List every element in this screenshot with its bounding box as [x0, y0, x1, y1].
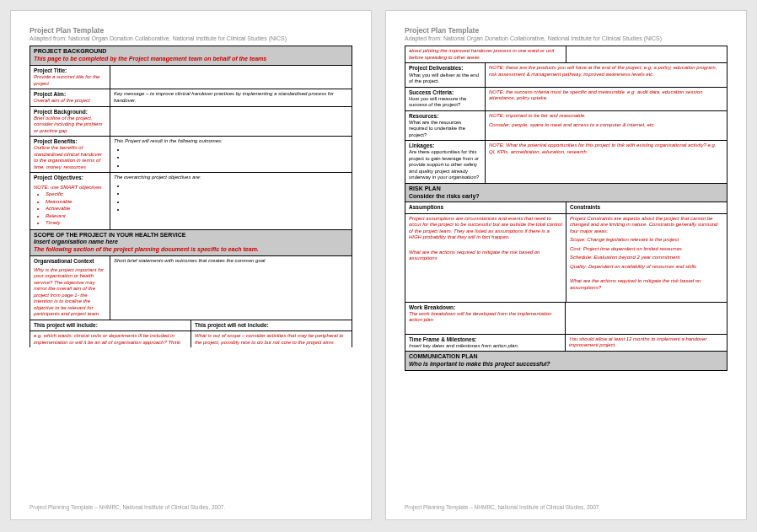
row-project-objectives: Project Objectives: NOTE: use SMART obje…: [30, 172, 352, 228]
section-comm-title: COMMUNICATION PLAN: [409, 353, 478, 359]
section-risk-sub: Consider the risks early?: [409, 193, 723, 201]
note-success: NOTE: the success criteria must be speci…: [486, 88, 727, 110]
constraints-intro: Project Constraints are aspects about th…: [570, 216, 723, 235]
label-deliverables: Project Deliverables:: [409, 65, 481, 72]
row-success: Success Criteria: How you will measure t…: [405, 87, 727, 110]
section-project-background: PROJECT BACKGROUND This page to be compl…: [30, 46, 352, 65]
scope-orgname: Insert organisation name here: [34, 239, 348, 246]
scope-note: The following section of the project pla…: [34, 246, 348, 254]
header-title: Project Plan Template: [30, 26, 352, 35]
constraints-quality: Quality: Dependent on availability of re…: [570, 264, 723, 271]
label-resources: Resources:: [409, 113, 481, 120]
note-project-title: Provide a succinct title for the project: [34, 74, 106, 87]
row-ac-header: Assumptions Constraints: [405, 202, 727, 212]
header-title-2: Project Plan Template: [405, 26, 727, 35]
section-subnote: This page to be completed by the Project…: [34, 56, 348, 63]
label-will-not-include: This project will not include:: [191, 320, 352, 330]
label-linkages: Linkages:: [409, 142, 481, 149]
content-objectives: The overarching project objectives are:: [114, 175, 201, 180]
header-subtitle: Adapted from: National Organ Donation Co…: [30, 35, 352, 43]
section-comm-sub: Who is important to make this project su…: [409, 361, 723, 368]
row-work-breakdown: Work Breakdown: The work breakdown will …: [405, 302, 727, 334]
row-project-title: Project Title: Provide a succinct title …: [30, 65, 352, 89]
sub-resources: What are the resources required to under…: [409, 120, 481, 139]
header-subtitle-2: Adapted from: National Organ Donation Co…: [405, 35, 727, 43]
label-success: Success Criteria:: [409, 89, 481, 96]
row-project-aim: Project Aim: Overall aim of the project …: [30, 89, 352, 106]
constraints-cost: Cost: Project time dependent on limited …: [570, 246, 723, 253]
label-work-breakdown: Work Breakdown:: [409, 304, 561, 311]
label-will-include: This project will include:: [30, 320, 191, 330]
bullet-achievable: Achievable: [46, 206, 106, 212]
note-timeframe: You should allow at least 12 months to i…: [566, 335, 727, 352]
field-pilot-right: [566, 46, 727, 62]
sub-linkages: Are there opportunities for this project…: [409, 149, 481, 181]
note-project-benefits: Outline the benefits of standardised cli…: [34, 145, 106, 170]
label-constraints: Constraints: [566, 202, 727, 212]
page-1: Project Plan Template Adapted from: Nati…: [10, 10, 372, 520]
row-pilot-continuation: about piloting the improved handover pro…: [405, 46, 727, 62]
label-project-title: Project Title:: [34, 67, 106, 74]
content-org-context: Short brief statements with outcomes tha…: [114, 258, 265, 263]
section-communication: COMMUNICATION PLAN Who is important to m…: [405, 352, 727, 371]
label-project-background: Project Background:: [34, 109, 106, 116]
footer-2: Project Planning Template – NHMRC, Natio…: [405, 497, 727, 511]
section-risk-title: RISK PLAN: [409, 185, 441, 191]
row-resources: Resources: What are the resources requir…: [405, 110, 727, 141]
note-resources-2: Consider: people, space to meet and acce…: [489, 122, 723, 129]
page-2: Project Plan Template Adapted from: Nati…: [385, 10, 747, 520]
row-project-background: Project Background: Brief outline of the…: [30, 106, 352, 137]
assumptions-p1: Project assumptions are circumstances an…: [409, 216, 562, 241]
label-project-objectives: Project Objectives:: [34, 175, 106, 181]
note-work-breakdown: The work breakdown will be developed fro…: [409, 311, 561, 324]
content-project-aim: Key message – to improve clinical handov…: [114, 91, 334, 103]
field-project-title: [110, 66, 352, 89]
section-scope: SCOPE OF THE PROJECT IN YOUR HEALTH SERV…: [30, 229, 352, 255]
constraints-scope: Scope: Change legislation relevant to th…: [570, 237, 723, 244]
note-project-aim: Overall aim of the project: [34, 98, 106, 105]
note-smart: NOTE: use SMART objectives: [34, 185, 106, 191]
label-assumptions: Assumptions: [405, 202, 566, 212]
note-resources-1: NOTE: important to be fair and reasonabl…: [489, 113, 723, 120]
label-project-aim: Project Aim:: [34, 91, 106, 98]
field-project-background: [110, 107, 352, 137]
constraints-schedule: Schedule: Evaluation beyond 2 year commi…: [570, 255, 723, 261]
content-project-benefits: This Project will result in the followin…: [114, 138, 223, 143]
note-org-context: Why is the project important for your or…: [34, 267, 106, 318]
row-timeframe: Time Frame & Milestones: Insert key date…: [405, 334, 727, 352]
row-include-header: This project will include: This project …: [30, 320, 352, 330]
bullet-timely: Timely: [46, 220, 106, 227]
row-include-body: e.g. which wards, clinical units or depa…: [30, 330, 352, 347]
assumptions-p2: What are the actions required to mitigat…: [409, 250, 562, 262]
constraints-actions: What are the actions required to mitigat…: [570, 278, 723, 291]
footer: Project Planning Template – NHMRC, Natio…: [30, 497, 352, 511]
bullet-relevant: Relevant: [46, 213, 106, 220]
content-will-include: e.g. which wards, clinical units or depa…: [30, 331, 191, 347]
note-project-background: Brief outline of the project, consider i…: [34, 116, 106, 135]
sub-timeframe: Insert key dates and milestones from act…: [409, 343, 561, 350]
benefits-bullets: [126, 147, 348, 169]
bullet-measurable: Measurable: [46, 199, 106, 206]
objectives-bullets: [126, 183, 348, 213]
row-deliverables: Project Deliverables: What you will deli…: [405, 62, 727, 86]
row-project-benefits: Project Benefits: Outline the benefits o…: [30, 136, 352, 172]
note-linkages: NOTE: What the potential opportunities f…: [486, 141, 727, 183]
row-org-context: Organisational Context Why is the projec…: [30, 255, 352, 320]
label-project-benefits: Project Benefits:: [34, 138, 106, 145]
row-linkages: Linkages: Are there opportunities for th…: [405, 140, 727, 184]
section-scope-title: SCOPE OF THE PROJECT IN YOUR HEALTH SERV…: [34, 232, 185, 238]
sub-deliverables: What you will deliver at the end of the …: [409, 73, 481, 85]
note-deliverables: NOTE: these are the products you will ha…: [486, 63, 727, 86]
bullet-specific: Specific: [46, 191, 106, 198]
section-risk: RISK PLAN Consider the risks early?: [405, 184, 727, 202]
field-work-breakdown: [566, 303, 727, 334]
smart-bullets: Specific Measurable Achievable Relevant …: [46, 191, 106, 227]
content-pilot: about piloting the improved handover pro…: [405, 46, 566, 62]
sub-success: How you will measure the success of the …: [409, 96, 481, 109]
label-timeframe: Time Frame & Milestones:: [409, 336, 561, 343]
section-title: PROJECT BACKGROUND: [34, 48, 106, 54]
label-org-context: Organisational Context: [34, 258, 106, 265]
row-ac-body: Project assumptions are circumstances an…: [405, 213, 727, 302]
content-will-not-include: What is out of scope – consider activiti…: [191, 331, 352, 347]
